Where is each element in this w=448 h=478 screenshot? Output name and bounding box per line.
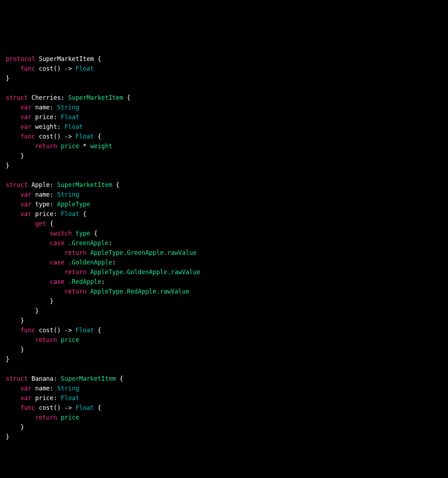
keyword-protocol: protocol [6, 55, 35, 62]
keyword-var: var [20, 104, 32, 111]
keyword-struct: struct [6, 375, 28, 382]
open-brace: { [94, 327, 101, 334]
colon: : [50, 181, 57, 188]
return-type: Float [76, 327, 94, 334]
space [35, 55, 39, 62]
golden-rawvalue: AppleType.GoldenApple.rawValue [90, 268, 200, 276]
open-brace: { [90, 230, 97, 237]
field-name: name [35, 104, 50, 111]
field-price: price [35, 113, 53, 121]
colon: : [53, 113, 61, 121]
open-brace: { [79, 210, 86, 217]
keyword-return: return [65, 288, 86, 295]
open-brace: { [116, 375, 123, 382]
keyword-var: var [20, 201, 32, 208]
open-brace: { [94, 404, 101, 411]
keyword-var: var [20, 113, 32, 121]
colon: : [50, 385, 57, 392]
colon-only: : [112, 259, 116, 266]
colon: : [50, 104, 57, 111]
keyword-struct: struct [6, 181, 28, 188]
keyword-return: return [35, 142, 57, 150]
type-string: String [57, 191, 79, 198]
colon: : [57, 123, 64, 130]
close-brace: } [6, 356, 9, 363]
return-type: Float [76, 133, 94, 140]
return-type: Float [76, 65, 94, 72]
keyword-case: case [50, 259, 65, 266]
expr-price: price [61, 336, 79, 343]
type-string: String [57, 385, 79, 392]
keyword-case: case [50, 239, 65, 247]
parens: () [53, 327, 61, 334]
type-float: Float [61, 113, 79, 121]
struct-name: Apple [32, 181, 50, 188]
keyword-var: var [20, 385, 32, 392]
close-brace: } [35, 307, 39, 314]
keyword-var: var [20, 210, 32, 217]
open-brace: { [112, 181, 119, 188]
colon: : [53, 210, 61, 217]
expr-price: price [61, 142, 79, 150]
colon-only: : [101, 278, 105, 285]
switch-subject: type [75, 230, 90, 237]
type-float: Float [61, 210, 79, 217]
keyword-func: func [20, 404, 35, 411]
code-block: protocol SuperMarketItem { func cost() -… [6, 44, 442, 442]
colon: : [53, 394, 61, 402]
close-brace: } [6, 433, 9, 440]
func-name: cost [39, 133, 53, 140]
field-price: price [35, 394, 53, 402]
close-brace: } [20, 152, 24, 159]
expr-weight: weight [90, 142, 112, 150]
close-brace: } [20, 346, 24, 353]
field-name: name [35, 191, 50, 198]
colon: : [50, 201, 57, 208]
field-name: name [35, 385, 50, 392]
keyword-case: case [50, 278, 65, 285]
arrow: -> [61, 404, 76, 411]
colon: : [50, 191, 57, 198]
colon-only: : [109, 239, 112, 247]
open-brace: { [123, 94, 131, 101]
parens: () [53, 65, 61, 72]
parens: () [53, 404, 61, 411]
keyword-func: func [20, 133, 35, 140]
protocol-name: SuperMarketItem [39, 55, 94, 62]
keyword-return: return [35, 414, 57, 421]
type-string: String [57, 104, 79, 111]
keyword-struct: struct [6, 94, 28, 101]
close-brace: } [20, 317, 24, 324]
return-type: Float [76, 404, 94, 411]
arrow: -> [61, 327, 76, 334]
struct-name: Cherries [32, 94, 61, 101]
open-brace: { [94, 133, 101, 140]
keyword-return: return [65, 249, 86, 256]
struct-name: Banana [32, 375, 53, 382]
colon: : [53, 375, 61, 382]
red-rawvalue: AppleType.RedApple.rawValue [90, 288, 189, 295]
field-type: type [35, 201, 50, 208]
keyword-return: return [35, 336, 57, 343]
case-goldenapple: .GoldenApple [68, 259, 112, 266]
colon: : [61, 94, 68, 101]
operator-star: * [79, 142, 90, 150]
field-weight: weight [35, 123, 57, 130]
keyword-return: return [65, 268, 86, 276]
keyword-func: func [20, 327, 35, 334]
close-brace: } [6, 75, 9, 82]
keyword-var: var [20, 191, 32, 198]
keyword-var: var [20, 123, 32, 130]
keyword-switch: switch [50, 230, 72, 237]
field-price: price [35, 210, 53, 217]
open-brace: { [46, 220, 53, 227]
close-brace: } [50, 297, 53, 305]
arrow: -> [61, 133, 76, 140]
type-float: Float [65, 123, 83, 130]
keyword-var: var [20, 394, 32, 402]
conformance: SuperMarketItem [68, 94, 123, 101]
green-rawvalue: AppleType.GreenApple.rawValue [90, 249, 197, 256]
keyword-func: func [20, 65, 35, 72]
conformance: SuperMarketItem [61, 375, 116, 382]
type-float: Float [61, 394, 79, 402]
